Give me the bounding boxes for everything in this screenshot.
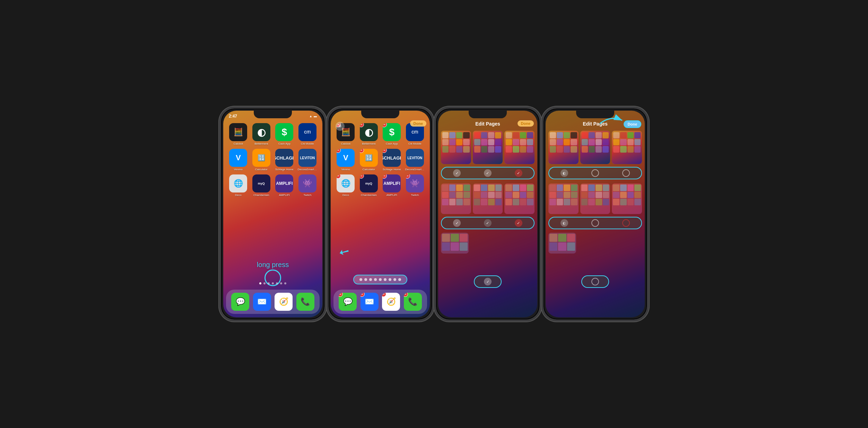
bottom-check-circle[interactable]: ✓ [484, 278, 492, 285]
check-half-2[interactable]: ◐ [561, 219, 568, 227]
list-item[interactable]: 🧮 Calcbot [227, 123, 249, 145]
decora-jiggle-icon[interactable]: LEVITON [406, 149, 424, 167]
list-item[interactable]: $ Cash App [274, 123, 295, 145]
list-item[interactable]: 👾 Twitch [297, 174, 319, 197]
page-thumb-bottom[interactable] [504, 183, 535, 214]
list-item[interactable]: myQ− Chamberlain [358, 174, 380, 197]
page-thumb-bottom-4a[interactable] [548, 183, 579, 214]
list-item[interactable]: V− Venmo [335, 149, 357, 171]
venmo-icon[interactable]: V [229, 149, 247, 167]
list-item[interactable]: 🌐 Deco [227, 174, 249, 197]
amplifi-jiggle-icon[interactable]: AMPLIFI− [383, 174, 401, 192]
chamberlain-icon[interactable]: myQ [252, 174, 270, 192]
cashapp-icon[interactable]: $ [275, 123, 293, 141]
deco-jiggle-icon[interactable]: 🌐− [337, 174, 355, 192]
calcbot-icon[interactable]: 🧮 [229, 123, 247, 141]
list-item[interactable]: LEVITON DecoraSmartH... [404, 149, 426, 171]
delete-badge[interactable]: − [383, 123, 387, 127]
decora-icon[interactable]: LEVITON [298, 149, 316, 167]
list-item[interactable]: 🌐− Deco [335, 174, 357, 197]
check-circle-4[interactable]: ✓ [453, 219, 461, 227]
page-thumb[interactable] [441, 131, 471, 164]
plus-button[interactable]: + [336, 122, 345, 131]
check-empty-1[interactable] [591, 169, 599, 177]
phone-dock-icon[interactable]: 📞 [296, 293, 314, 311]
delete-badge[interactable]: − [339, 293, 343, 297]
betterment-jiggle-icon[interactable]: ◐− [360, 123, 378, 141]
bottom-check-row-4[interactable] [581, 275, 609, 288]
delete-badge[interactable]: − [361, 293, 365, 297]
check-circle-6[interactable]: ✓ [515, 219, 522, 227]
page-thumb-4c[interactable] [612, 131, 642, 164]
delete-badge[interactable]: − [337, 174, 341, 179]
status-time-1: 2:47 [229, 114, 237, 119]
list-item[interactable]: AMPLIFI AMPLIFI [274, 174, 295, 197]
delete-badge[interactable]: − [383, 149, 387, 153]
schlage-jiggle-icon[interactable]: SCHLAGE− [383, 149, 401, 167]
page-thumb-4b[interactable] [580, 131, 610, 164]
list-item[interactable]: ◐ Betterment [251, 123, 272, 145]
messages-jiggle-icon[interactable]: 💬− [339, 293, 357, 311]
page-thumb-4a[interactable] [548, 131, 579, 164]
check-empty-3[interactable] [591, 219, 599, 227]
page-thumb[interactable] [473, 131, 503, 164]
delete-badge[interactable]: − [382, 293, 386, 297]
delete-badge[interactable]: − [360, 123, 364, 127]
delete-badge[interactable]: − [383, 174, 387, 179]
check-red-outline[interactable] [622, 219, 630, 227]
list-item[interactable]: AMPLIFI− AMPLIFI [381, 174, 403, 197]
mail-jiggle-icon[interactable]: ✉️− [361, 293, 379, 311]
delete-badge[interactable]: − [360, 149, 364, 153]
list-item[interactable]: 🔢 Calculator [251, 149, 272, 171]
page-thumb-tiny[interactable] [441, 233, 469, 254]
page-dots-highlight[interactable] [353, 275, 407, 284]
list-item[interactable]: V Venmo [227, 149, 249, 171]
page-thumb-bottom-4c[interactable] [612, 183, 642, 214]
check-circle-1[interactable]: ✓ [453, 169, 461, 177]
delete-badge[interactable]: − [337, 149, 341, 153]
cashapp-jiggle-icon[interactable]: $− [383, 123, 401, 141]
phone-jiggle-icon[interactable]: 📞− [404, 293, 422, 311]
list-item[interactable]: myQ Chamberlain [251, 174, 272, 197]
list-item[interactable]: LEVITON DecoraSmartH... [297, 149, 319, 171]
amplifi-icon[interactable]: AMPLIFI [275, 174, 293, 192]
page-thumb-tiny-4[interactable] [548, 233, 576, 254]
list-item[interactable]: 👾− Twitch [404, 174, 426, 197]
check-empty-2[interactable] [622, 169, 630, 177]
list-item[interactable]: CITI Citi Mobile [297, 123, 319, 145]
page-thumb[interactable] [504, 131, 535, 164]
done-button-3[interactable]: Done [518, 120, 534, 127]
page-thumb-bottom[interactable] [441, 183, 471, 214]
betterment-icon[interactable]: ◐ [252, 123, 270, 141]
venmo-jiggle-icon[interactable]: V− [337, 149, 355, 167]
safari-dock-icon[interactable]: 🧭 [275, 293, 293, 311]
done-button-2[interactable]: Done [410, 120, 427, 127]
bottom-check-empty[interactable] [591, 278, 599, 285]
schlage-icon[interactable]: SCHLAGE [275, 149, 293, 167]
twitch-icon[interactable]: 👾 [298, 174, 316, 192]
twitch-jiggle-icon[interactable]: 👾− [406, 174, 424, 192]
safari-jiggle-icon[interactable]: 🧭− [382, 293, 400, 311]
deco-icon[interactable]: 🌐 [229, 174, 247, 192]
list-item[interactable]: ◐− Betterment [358, 123, 380, 145]
bottom-check-row[interactable]: ✓ [474, 275, 502, 288]
list-item[interactable]: 🔢− Calculator [358, 149, 380, 171]
check-circle-3[interactable]: ✓ [515, 169, 522, 177]
citi-icon[interactable]: CITI [298, 123, 316, 141]
delete-badge[interactable]: − [360, 174, 364, 179]
delete-badge[interactable]: − [404, 293, 408, 297]
chamberlain-jiggle-icon[interactable]: myQ− [360, 174, 378, 192]
list-item[interactable]: SCHLAGE− Schlage Home [381, 149, 403, 171]
check-half-1[interactable]: ◐ [561, 169, 568, 177]
calculator-icon[interactable]: 🔢 [252, 149, 270, 167]
list-item[interactable]: $− Cash App [381, 123, 403, 145]
calculator-jiggle-icon[interactable]: 🔢− [360, 149, 378, 167]
check-circle-5[interactable]: ✓ [484, 219, 492, 227]
delete-badge[interactable]: − [406, 174, 410, 179]
page-thumb-bottom-4b[interactable] [580, 183, 610, 214]
mail-dock-icon[interactable]: ✉️ [253, 293, 271, 311]
messages-dock-icon[interactable]: 💬 [231, 293, 249, 311]
check-circle-2[interactable]: ✓ [484, 169, 492, 177]
list-item[interactable]: SCHLAGE Schlage Home [274, 149, 295, 171]
page-thumb-bottom[interactable] [473, 183, 503, 214]
